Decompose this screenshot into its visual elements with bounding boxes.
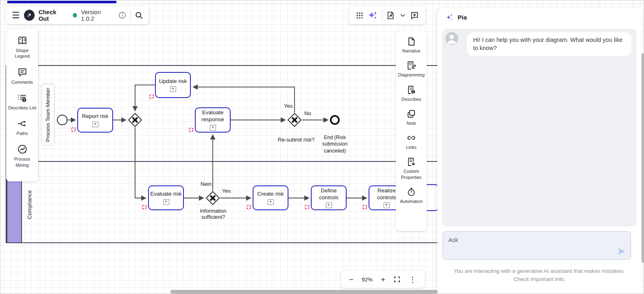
lane-label-process-team-member[interactable]: Process Team Member (41, 84, 55, 146)
search-icon[interactable] (135, 11, 143, 20)
refresh-badge-icon[interactable] (246, 204, 252, 210)
tool-label: Diagramming (398, 72, 424, 78)
describes-list-icon (17, 93, 27, 103)
end-event[interactable] (330, 115, 340, 125)
ask-input-box (443, 231, 631, 260)
version-status-dot (73, 13, 77, 17)
edge-label-yes-bottom: Yes (222, 188, 231, 194)
zoom-in-icon[interactable]: + (381, 276, 385, 283)
diagramming-icon (406, 61, 416, 70)
app-viewport: Process Team Member Compliance End (Risk… (0, 0, 644, 294)
paths-icon (17, 118, 27, 129)
ai-sparkles-icon[interactable] (367, 10, 378, 21)
links-icon (406, 133, 416, 143)
task-define-controls[interactable]: Define controls + (311, 185, 347, 210)
sidebar-item-shape-legend[interactable]: Shape Legend (8, 35, 37, 59)
lane-divider (6, 161, 438, 162)
vertical-scrollbar[interactable] (642, 53, 644, 263)
export-document-icon[interactable] (386, 11, 395, 20)
ask-input[interactable] (443, 232, 631, 259)
refresh-badge-icon[interactable] (362, 204, 368, 210)
subprocess-marker-icon[interactable]: + (163, 199, 169, 205)
task-report-risk[interactable]: Report risk + (77, 108, 113, 133)
sidebar-item-label: Comments (11, 79, 33, 85)
chat-header: Pia (445, 13, 467, 22)
apps-grid-icon[interactable] (356, 11, 364, 20)
gateway-label-resubmit: Re-submit risk? (278, 137, 314, 143)
task-evaluate-risk[interactable]: Evaluate risk + (148, 185, 184, 210)
sidebar-item-paths[interactable]: Paths (16, 118, 28, 136)
zoom-level[interactable]: 92% (362, 277, 373, 283)
tool-diagramming[interactable]: Diagramming (398, 61, 424, 78)
sidebar-item-process-mining[interactable]: Process Mining (8, 144, 37, 168)
subprocess-marker-icon[interactable]: + (384, 203, 390, 208)
zoom-out-icon[interactable]: − (349, 276, 354, 283)
gateway-resubmit-risk[interactable] (287, 113, 302, 127)
send-icon[interactable] (617, 246, 627, 256)
subprocess-marker-icon[interactable]: + (170, 86, 176, 92)
menu-icon[interactable]: ☰ (12, 11, 20, 20)
tool-links[interactable]: Links (406, 133, 417, 150)
sidebar-item-label: Paths (16, 131, 28, 136)
checkout-icon[interactable] (24, 10, 35, 21)
tool-narrative[interactable]: Narrative (402, 37, 421, 54)
edge-label-yes: Yes (284, 103, 293, 109)
subprocess-marker-icon[interactable]: + (326, 203, 332, 208)
start-event[interactable] (57, 115, 68, 125)
task-label: Evaluate response (199, 109, 227, 123)
refresh-badge-icon[interactable] (70, 126, 76, 133)
top-right-toolbar (349, 6, 426, 24)
checkout-button[interactable]: Check Out (39, 9, 67, 22)
refresh-badge-icon[interactable] (188, 127, 194, 133)
edge-label-no: No (304, 110, 311, 116)
tool-note[interactable]: Note (406, 109, 416, 126)
describes-icon (406, 85, 416, 95)
more-options-icon[interactable]: ⋮ (409, 276, 417, 283)
tool-describes[interactable]: Describes (402, 85, 421, 102)
task-update-risk[interactable]: Update risk + (155, 72, 191, 98)
ai-disclaimer-line1: You are interacting with a generative AI… (437, 267, 642, 275)
subprocess-marker-icon[interactable]: + (210, 125, 216, 131)
pia-sparkle-icon (445, 13, 454, 22)
task-label: Create risk (257, 191, 284, 198)
toolbar-divider (130, 10, 131, 21)
chevron-down-icon[interactable] (399, 12, 406, 19)
sidebar-item-comments[interactable]: Comments (11, 67, 33, 85)
tool-label: Links (406, 144, 417, 150)
task-label: Report risk (82, 113, 108, 120)
tool-custom-properties[interactable]: Custom Properties (397, 157, 426, 180)
task-label: Define controls (316, 187, 342, 201)
lane-label-compliance[interactable]: Compliance (24, 184, 35, 225)
shape-legend-icon (17, 35, 28, 46)
version-label: Version 1.0.2 (81, 9, 114, 22)
refresh-badge-icon[interactable] (304, 204, 310, 210)
gateway-information-sufficient[interactable] (205, 191, 220, 205)
top-toolbar: ☰ Check Out Version 1.0.2 (6, 6, 149, 24)
subprocess-marker-icon[interactable]: + (268, 199, 274, 205)
process-mining-icon (17, 144, 28, 155)
sidebar-item-describes-list[interactable]: Describes List (8, 93, 36, 111)
add-comment-icon[interactable] (410, 11, 419, 20)
gateway-exclusive-1[interactable] (128, 113, 142, 127)
refresh-badge-icon[interactable] (148, 94, 155, 100)
task-evaluate-response[interactable]: Evaluate response + (195, 107, 231, 133)
note-icon (406, 109, 416, 119)
loading-progress-bar (7, 1, 116, 3)
lane-label-text: Compliance (26, 190, 33, 219)
lane-label-text: Process Team Member (45, 87, 51, 142)
horizontal-scrollbar[interactable] (170, 290, 438, 294)
assistant-message: Hi! I can help you with your diagram. Wh… (467, 32, 631, 56)
tool-automation[interactable]: Automation (400, 187, 423, 204)
toolbar-divider (382, 10, 382, 21)
refresh-badge-icon[interactable] (141, 204, 147, 210)
chat-conversation[interactable]: Hi! I can help you with your diagram. Wh… (442, 29, 637, 226)
right-tools-panel: Narrative Diagramming Describes Note Lin… (396, 31, 427, 231)
narrative-icon (406, 37, 416, 46)
task-create-risk[interactable]: Create risk + (253, 185, 288, 210)
info-icon[interactable] (118, 11, 126, 19)
subprocess-marker-icon[interactable]: + (92, 122, 98, 127)
sidebar-item-label: Process Mining (8, 156, 37, 168)
end-event-label: End (Risk submission canceled) (318, 134, 352, 154)
zoom-toolbar: − 92% + ⋮ (341, 271, 425, 288)
fullscreen-icon[interactable] (393, 276, 401, 283)
